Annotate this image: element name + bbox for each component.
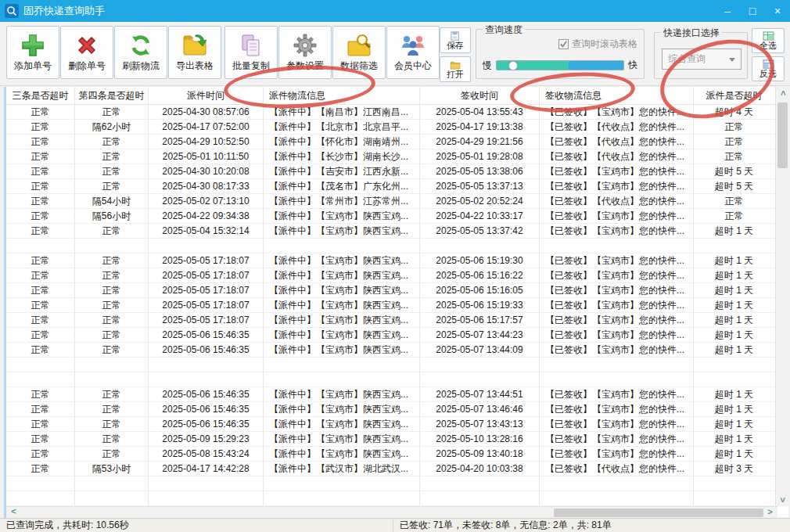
table-row[interactable]: 正常 正常 2025-05-05 17:18:07 【派件中】【宝鸡市】陕西宝鸡… <box>6 298 788 313</box>
table-row[interactable]: 正常 正常 2025-05-06 15:46:35 【派件中】【宝鸡市】陕西宝鸡… <box>6 417 788 432</box>
copy-icon <box>239 33 264 58</box>
column-header[interactable]: 派件物流信息 <box>264 87 420 104</box>
slider-slow-label: 慢 <box>483 59 492 72</box>
member-center-button[interactable]: 会员中心 <box>386 26 440 79</box>
horizontal-scroll-thumb[interactable] <box>554 509 763 517</box>
delete-order-button[interactable]: 删除单号 <box>60 26 113 79</box>
table-row[interactable]: 正常 正常 2025-05-05 17:18:07 【派件中】【宝鸡市】陕西宝鸡… <box>6 268 788 283</box>
table-row[interactable]: 正常 正常 2025-05-06 15:46:35 【派件中】【宝鸡市】陕西宝鸡… <box>6 343 788 358</box>
table-row[interactable]: 正常 正常 2025-05-04 15:32:14 【派件中】【宝鸡市】陕西宝鸡… <box>6 224 788 239</box>
select-all-button[interactable]: 全选 <box>752 28 785 53</box>
column-header[interactable]: 第四条是否超时 <box>75 87 149 104</box>
select-all-icon <box>763 31 774 41</box>
window-title: 固乔快递查询助手 <box>23 4 105 18</box>
filter-icon <box>347 33 372 58</box>
close-button[interactable]: × <box>765 0 790 22</box>
table-row[interactable]: 正常 正常 2025-05-09 15:29:23 【派件中】【宝鸡市】陕西宝鸡… <box>6 432 788 447</box>
table-row[interactable]: 正常 正常 2025-05-08 15:43:24 【派件中】【宝鸡市】陕西宝鸡… <box>6 447 788 462</box>
data-filter-button[interactable]: 数据筛选 <box>332 26 386 79</box>
table-header: 三条是否超时 第四条是否超时 派件时间 派件物流信息 签收时间 签收物流信息 派… <box>6 87 788 105</box>
checkbox-check-icon <box>558 39 569 49</box>
batch-copy-button[interactable]: 批量复制 <box>224 26 278 79</box>
interface-dropdown[interactable]: 综合查询 <box>662 49 742 70</box>
scroll-left-icon[interactable]: > <box>8 507 20 516</box>
delete-icon <box>74 33 99 58</box>
scroll-table-checkbox[interactable]: 查询时滚动表格 <box>558 38 637 51</box>
table-row[interactable]: 正常 正常 2025-05-05 17:18:07 【派件中】【宝鸡市】陕西宝鸡… <box>6 283 788 298</box>
table-row[interactable] <box>6 491 788 506</box>
table-row[interactable]: 正常 正常 2025-05-05 17:18:07 【派件中】【宝鸡市】陕西宝鸡… <box>6 253 788 268</box>
table-row[interactable]: 正常 正常 2025-05-06 15:46:35 【派件中】【宝鸡市】陕西宝鸡… <box>6 402 788 417</box>
minimize-button[interactable]: – <box>715 0 740 22</box>
member-icon <box>400 33 426 58</box>
column-header[interactable]: 派件是否超时 <box>694 87 774 104</box>
table-row[interactable]: 正常 隔56小时 2025-04-22 09:34:38 【派件中】【宝鸡市】陕… <box>6 209 788 224</box>
table-row[interactable]: 正常 正常 2025-04-30 08:57:06 【派件中】【南昌市】江西南昌… <box>6 105 788 120</box>
express-interface-group: 快递接口选择 综合查询 <box>654 32 748 79</box>
slider-fill <box>497 61 569 70</box>
vertical-scrollbar[interactable]: > > <box>775 87 788 506</box>
refresh-icon <box>128 33 153 58</box>
add-order-button[interactable]: 添加单号 <box>6 26 59 79</box>
table-row[interactable]: 正常 正常 2025-05-05 17:18:07 【派件中】【宝鸡市】陕西宝鸡… <box>6 313 788 328</box>
settings-icon <box>293 33 318 58</box>
slider-thumb[interactable] <box>508 61 518 70</box>
table-row[interactable]: 正常 正常 2025-04-30 08:17:33 【派件中】【茂名市】广东化州… <box>6 179 788 194</box>
settings-button[interactable]: 参数设置 <box>278 26 332 79</box>
open-button[interactable]: 打开 <box>440 56 471 82</box>
add-icon <box>20 33 45 58</box>
scroll-up-icon[interactable]: > <box>778 88 788 99</box>
export-table-button[interactable]: 导出表格 <box>168 26 221 79</box>
logistics-table: 三条是否超时 第四条是否超时 派件时间 派件物流信息 签收时间 签收物流信息 派… <box>4 87 788 518</box>
column-header[interactable]: 签收物流信息 <box>540 87 694 104</box>
column-header[interactable]: 三条是否超时 <box>6 87 75 104</box>
table-row[interactable] <box>6 239 788 253</box>
table-row[interactable]: 正常 正常 2025-04-29 10:52:50 【派件中】【怀化市】湖南靖州… <box>6 135 788 149</box>
chevron-down-icon <box>729 58 735 62</box>
speed-slider[interactable] <box>496 60 624 70</box>
column-header[interactable]: 签收时间 <box>420 87 540 104</box>
invert-selection-icon <box>763 59 774 69</box>
refresh-logistics-button[interactable]: 刷新物流 <box>114 26 167 79</box>
table-row[interactable]: 正常 正常 2025-05-06 15:46:35 【派件中】【宝鸡市】陕西宝鸡… <box>6 387 788 402</box>
maximize-button[interactable]: □ <box>740 0 765 22</box>
vertical-scroll-thumb[interactable] <box>777 102 788 168</box>
save-icon <box>450 31 461 41</box>
scroll-down-icon[interactable]: > <box>778 494 788 506</box>
export-icon <box>182 33 207 58</box>
invert-selection-button[interactable]: 反选 <box>752 56 785 81</box>
table-row[interactable] <box>6 476 788 491</box>
table-row[interactable] <box>6 358 788 372</box>
titlebar: 固乔快递查询助手 – □ × <box>0 0 790 22</box>
open-icon <box>450 60 461 70</box>
slider-fast-label: 快 <box>628 59 637 72</box>
table-row[interactable]: 正常 隔54小时 2025-05-02 07:13:10 【派件中】【常州市】江… <box>6 194 788 209</box>
horizontal-scrollbar[interactable]: > > <box>6 506 777 518</box>
save-button[interactable]: 保存 <box>440 27 471 53</box>
table-row[interactable]: 正常 正常 2025-05-01 10:11:50 【派件中】【长沙市】湖南长沙… <box>6 149 788 164</box>
table-body: 正常 正常 2025-04-30 08:57:06 【派件中】【南昌市】江西南昌… <box>6 105 788 506</box>
scroll-right-icon[interactable]: > <box>764 507 776 516</box>
table-row[interactable]: 正常 正常 2025-05-06 15:46:35 【派件中】【宝鸡市】陕西宝鸡… <box>6 328 788 343</box>
app-icon <box>5 4 19 18</box>
table-row[interactable]: 正常 隔62小时 2025-04-17 07:52:00 【派件中】【北京市】北… <box>6 120 788 135</box>
table-row[interactable]: 正常 隔53小时 2025-04-17 14:42:28 【派件中】【武汉市】湖… <box>6 462 788 476</box>
toolbar: 添加单号 删除单号 刷新物流 导出表格 批量复制 参数设置 数据筛选 会员中心 … <box>0 22 790 86</box>
summary-status-text: 已签收: 71单，未签收: 8单，无信息: 2单，共: 81单 <box>393 519 612 532</box>
scroll-table-checkbox-label: 查询时滚动表格 <box>572 38 637 51</box>
status-bar: 已查询完成，共耗时: 10.56秒 已签收: 71单，未签收: 8单，无信息: … <box>0 518 790 532</box>
table-row[interactable]: 正常 正常 2025-04-30 10:20:08 【派件中】【吉安市】江西永新… <box>6 164 788 179</box>
query-status-text: 已查询完成，共耗时: 10.56秒 <box>0 519 393 532</box>
query-speed-group: 查询速度 查询时滚动表格 慢 快 <box>476 29 645 79</box>
column-header[interactable]: 派件时间 <box>149 87 264 104</box>
table-row[interactable] <box>6 372 788 387</box>
